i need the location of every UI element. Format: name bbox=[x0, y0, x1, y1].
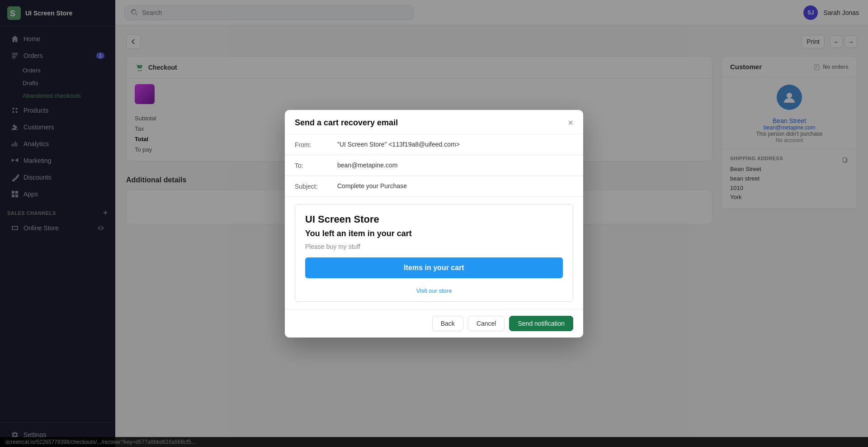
email-store-name: UI Screen Store bbox=[295, 204, 573, 227]
dialog-body: From: "UI Screen Store" <113f19a8@uifeed… bbox=[285, 134, 583, 309]
dialog-close-button[interactable]: × bbox=[568, 118, 573, 127]
dialog-footer: Back Cancel Send notification bbox=[285, 309, 583, 338]
from-value: "UI Screen Store" <113f19a8@uifeed.com> bbox=[337, 141, 573, 148]
email-to-field: To: bean@metapine.com bbox=[285, 155, 583, 176]
email-body-text: Please buy my stuff bbox=[295, 240, 573, 257]
email-from-field: From: "UI Screen Store" <113f19a8@uifeed… bbox=[285, 134, 583, 155]
dialog-overlay: Send a cart recovery email × From: "UI S… bbox=[0, 0, 868, 447]
cancel-button[interactable]: Cancel bbox=[468, 316, 505, 331]
email-cta-button: Items in your cart bbox=[305, 257, 563, 278]
email-subject-field: Subject: Complete your Purchase bbox=[285, 176, 583, 197]
cart-recovery-dialog: Send a cart recovery email × From: "UI S… bbox=[285, 110, 583, 338]
back-button[interactable]: Back bbox=[432, 316, 463, 331]
to-label: To: bbox=[295, 162, 326, 169]
email-headline: You left an item in your cart bbox=[295, 227, 573, 240]
from-label: From: bbox=[295, 141, 326, 148]
subject-value: Complete your Purchase bbox=[337, 182, 573, 190]
to-value: bean@metapine.com bbox=[337, 162, 573, 169]
subject-label: Subject: bbox=[295, 182, 326, 190]
dialog-title: Send a cart recovery email bbox=[295, 118, 398, 128]
email-preview: UI Screen Store You left an item in your… bbox=[295, 204, 573, 302]
dialog-header: Send a cart recovery email × bbox=[285, 110, 583, 134]
send-notification-button[interactable]: Send notification bbox=[509, 316, 573, 331]
email-secondary-link: Visit our store bbox=[295, 287, 573, 301]
